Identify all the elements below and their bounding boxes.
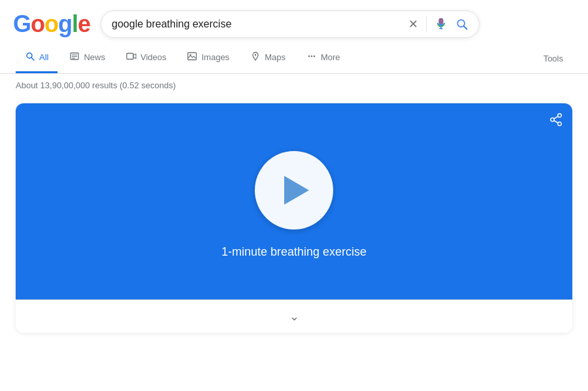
logo-o1: o <box>31 10 44 38</box>
tab-images[interactable]: Images <box>178 43 238 73</box>
tab-maps-label: Maps <box>265 52 286 62</box>
tab-images-label: Images <box>201 52 229 62</box>
tabs-bar: All News Videos I <box>0 43 588 74</box>
play-triangle-icon <box>284 176 309 205</box>
search-input[interactable] <box>112 18 400 30</box>
tab-videos-label: Videos <box>140 52 167 62</box>
videos-icon <box>126 51 137 63</box>
more-icon <box>306 51 317 63</box>
tab-more-label: More <box>321 52 340 62</box>
share-button[interactable] <box>549 112 563 130</box>
svg-point-17 <box>558 114 562 118</box>
tools-button[interactable]: Tools <box>534 46 572 71</box>
search-divider <box>426 16 427 32</box>
svg-point-18 <box>551 118 555 122</box>
svg-point-13 <box>255 54 257 56</box>
results-info: About 13,90,00,000 results (0.52 seconds… <box>0 74 588 97</box>
svg-line-20 <box>554 116 558 119</box>
tab-news[interactable]: News <box>60 43 114 73</box>
search-icons: ✕ <box>408 16 468 32</box>
logo-o2: o <box>44 10 58 38</box>
tab-news-label: News <box>84 52 105 62</box>
main-content: 1-minute breathing exercise ⌄ <box>0 97 588 346</box>
clear-icon[interactable]: ✕ <box>408 17 418 31</box>
svg-point-16 <box>314 56 316 58</box>
news-icon <box>69 51 80 63</box>
header: Google ✕ <box>0 0 588 43</box>
tab-maps[interactable]: Maps <box>241 43 295 73</box>
search-submit-icon[interactable] <box>455 18 468 31</box>
svg-line-21 <box>554 120 558 123</box>
images-icon <box>187 51 197 63</box>
svg-line-3 <box>464 26 467 29</box>
maps-icon <box>250 51 261 63</box>
logo-e: e <box>78 10 90 38</box>
expand-panel[interactable]: ⌄ <box>16 299 572 333</box>
tab-all[interactable]: All <box>16 43 57 73</box>
mic-icon[interactable] <box>434 18 448 31</box>
all-icon <box>25 51 35 63</box>
svg-point-19 <box>558 122 562 126</box>
tab-videos[interactable]: Videos <box>117 43 176 73</box>
google-logo[interactable]: Google <box>13 10 90 38</box>
logo-l: l <box>72 10 78 38</box>
tab-more[interactable]: More <box>297 43 350 73</box>
svg-rect-11 <box>188 53 197 60</box>
video-title: 1-minute breathing exercise <box>221 245 367 259</box>
svg-line-5 <box>31 58 34 60</box>
chevron-down-icon: ⌄ <box>289 309 299 324</box>
play-button[interactable] <box>255 151 333 230</box>
search-bar: ✕ <box>101 10 480 38</box>
svg-point-14 <box>308 56 310 58</box>
svg-rect-10 <box>127 54 133 60</box>
breathing-exercise-card: 1-minute breathing exercise ⌄ <box>16 103 572 333</box>
logo-g2: g <box>58 10 72 38</box>
logo-g: G <box>13 10 31 38</box>
svg-point-15 <box>311 56 313 58</box>
tab-all-label: All <box>39 52 48 62</box>
breathing-video-panel: 1-minute breathing exercise <box>16 103 572 299</box>
